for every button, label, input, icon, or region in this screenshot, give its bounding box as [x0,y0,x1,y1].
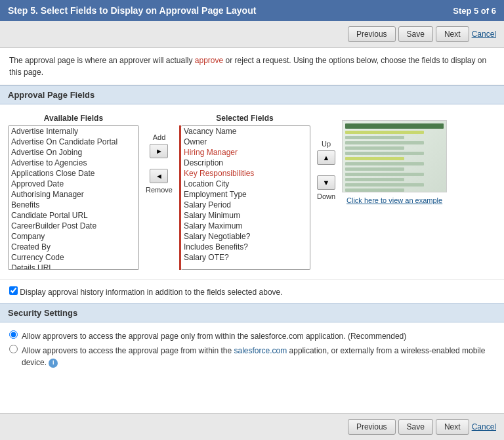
top-toolbar: Previous Save Next Cancel [0,21,504,48]
available-item[interactable]: Advertise Internally [9,126,138,137]
selected-fields-label: Selected Fields [216,114,273,123]
security-option1-label: Allow approvers to access the approval p… [22,330,406,342]
available-item[interactable]: Candidate Portal URL [9,210,138,221]
page-title: Step 5. Select Fields to Display on Appr… [8,5,256,16]
selected-item[interactable]: Salary OTE? [181,252,310,263]
available-item[interactable]: Advertise On Candidate Portal [9,137,138,147]
available-item[interactable]: Details URL [9,263,138,270]
up-button[interactable]: ▲ [317,150,335,165]
up-label: Up [322,140,331,148]
down-label: Down [317,192,335,200]
step-info: Step 5 of 6 [453,6,496,16]
selected-item[interactable]: Salary Minimum [181,210,310,221]
selected-item[interactable]: Owner [181,137,310,147]
security-option2-row: Allow approvers to access the approval p… [9,345,495,368]
security-option2-label: Allow approvers to access the approval p… [22,345,495,368]
available-item[interactable]: Benefits [9,200,138,210]
available-item[interactable]: Applications Close Date [9,168,138,179]
available-item[interactable]: Advertise On Jobing [9,147,138,158]
selected-item[interactable]: Salary Period [181,200,310,210]
remove-button[interactable]: ◄ [150,169,168,183]
add-remove-column: Add ► ◄ Remove [146,114,173,194]
selected-item[interactable]: Location City [181,179,310,189]
remove-label: Remove [146,186,173,194]
add-label: Add [153,133,166,141]
bottom-cancel-button[interactable]: Cancel [472,419,496,435]
selected-list-wrapper: Vacancy Name Owner Hiring Manager Descri… [179,125,310,270]
bottom-next-button[interactable]: Next [436,419,469,435]
available-item[interactable]: CareerBuilder Post Date [9,221,138,231]
available-item[interactable]: Authorising Manager [9,189,138,200]
preview-column: Click here to view an example [342,114,447,204]
approval-section-header: Approval Page Fields [0,85,504,104]
selected-item[interactable]: Salary Negotiable? [181,231,310,242]
selected-item[interactable]: Vacancy Name [181,126,310,137]
security-option2-radio[interactable] [9,345,18,353]
bottom-save-button[interactable]: Save [398,419,433,435]
preview-link[interactable]: Click here to view an example [346,196,442,204]
bottom-previous-button[interactable]: Previous [348,419,396,435]
available-item[interactable]: Advertise to Agencies [9,158,138,168]
available-item[interactable]: Approved Date [9,179,138,189]
available-item[interactable]: Currency Code [9,252,138,263]
add-button[interactable]: ► [150,144,168,158]
available-fields-label: Available Fields [44,114,103,123]
selected-item[interactable]: Employment Type [181,189,310,200]
selected-fields-column: Selected Fields Vacancy Name Owner Hirin… [179,114,310,270]
security-section-header: Security Settings [0,303,504,322]
display-history-checkbox[interactable] [9,286,18,295]
top-save-button[interactable]: Save [398,26,433,42]
selected-item[interactable]: Key Responsibilities [181,168,310,179]
bottom-toolbar: Previous Save Next Cancel [0,413,504,440]
selected-fields-list[interactable]: Vacancy Name Owner Hiring Manager Descri… [181,125,310,270]
fields-area: Available Fields Advertise Internally Ad… [0,104,504,279]
info-icon[interactable]: i [49,359,58,368]
security-option1-radio[interactable] [9,330,18,339]
checkbox-row: Display approval history information in … [0,279,504,303]
available-fields-column: Available Fields Advertise Internally Ad… [8,114,139,270]
selected-item[interactable]: Includes Benefits? [181,242,310,252]
security-option1-row: Allow approvers to access the approval p… [9,330,495,342]
available-item[interactable]: Company [9,231,138,242]
available-fields-list[interactable]: Advertise Internally Advertise On Candid… [8,125,139,270]
checkbox-label: Display approval history information in … [20,288,282,297]
top-previous-button[interactable]: Previous [348,26,396,42]
up-down-column: Up ▲ ▼ Down [317,114,335,200]
security-content: Allow approvers to access the approval p… [0,322,504,379]
down-button[interactable]: ▼ [317,175,335,190]
top-next-button[interactable]: Next [436,26,469,42]
preview-image [342,120,447,192]
page-header: Step 5. Select Fields to Display on Appr… [0,0,504,21]
top-cancel-button[interactable]: Cancel [472,26,496,42]
available-item[interactable]: Created By [9,242,138,252]
selected-item[interactable]: Hiring Manager [181,147,310,158]
selected-item[interactable]: Salary Maximum [181,221,310,231]
info-section: The approval page is where an approver w… [0,48,504,85]
selected-item[interactable]: Description [181,158,310,168]
